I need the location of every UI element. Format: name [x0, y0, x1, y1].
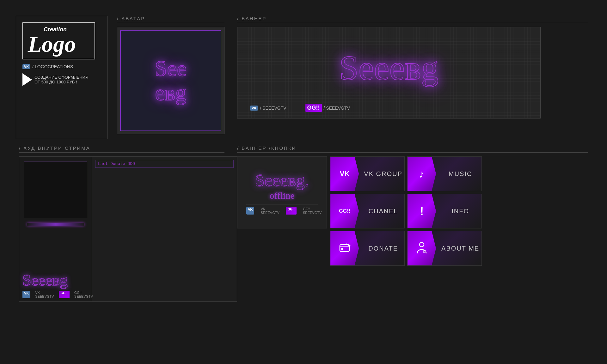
hud-streamer-name: Seeевg — [22, 271, 93, 289]
logo-section: Creation Logo VK / LOGOCREATIONS СОЗДАНИ… — [16, 16, 107, 139]
banner-vk-social: VK / SEEEVGTV — [250, 104, 286, 111]
promo-text-2: ОТ 500 ДО 1000 РУБ ! — [34, 80, 88, 84]
info-button[interactable]: ! INFO — [407, 194, 482, 228]
banner-gg-handle: / SEEEVGTV — [324, 106, 350, 111]
avatar-name-text: Seeевg — [155, 56, 187, 105]
hud-donate-bar: Last Donate DDD — [95, 160, 234, 168]
banner-name-text: Seeевg — [339, 48, 439, 88]
offline-banner-text: offline — [269, 190, 294, 201]
avatar-section: / АВАТАР Seeевg — [111, 13, 231, 142]
vk-group-button[interactable]: VK VK GROUP — [330, 156, 405, 191]
chanel-button[interactable]: GG!! CHANEL — [330, 194, 405, 228]
about-me-label: ABOUT ME — [436, 245, 481, 252]
action-buttons-grid: VK VK GROUP ♪ MUSIC GG!! CHANEL — [330, 156, 482, 266]
hud-bottom-info: Seeевg VK VK SEEEVGTV GG!! GG!! SEEEVGTV — [22, 271, 93, 298]
offline-banner-name: Seeевg. — [255, 170, 309, 190]
hud-right-panel: Last Donate DDD — [92, 157, 237, 301]
music-button[interactable]: ♪ MUSIC — [407, 156, 482, 191]
hud-left-panel: Seeевg VK VK SEEEVGTV GG!! GG!! SEEEVGTV — [19, 157, 92, 301]
banner-section-title: / БАННЕР — [237, 16, 588, 23]
promo-text-1: СОЗДАНИЕ ОФОРМЛЕНИЯ — [34, 75, 88, 80]
offline-gg-label: GG!! SEEEVGTV — [303, 207, 322, 215]
donate-icon — [330, 231, 359, 265]
banner-social-row: VK / SEEEVGTV GG!! / SEEEVGTV — [250, 102, 350, 112]
hud-vk-label: VK SEEEVGTV — [35, 291, 54, 298]
hud-social-row: VK VK SEEEVGTV GG!! GG!! SEEEVGTV — [22, 291, 93, 298]
info-label: INFO — [436, 208, 481, 215]
hud-gg-label: GG!! SEEEVGTV — [74, 291, 93, 298]
hud-box: Seeевg VK VK SEEEVGTV GG!! GG!! SEEEVGTV… — [19, 156, 237, 302]
hud-camera-area — [24, 161, 87, 218]
banner-gg-icon: GG!! — [305, 104, 322, 112]
banner-section: / БАННЕР Seeевg VK / SEEEVGTV GG!! / SEE… — [231, 13, 594, 142]
vk-group-label: VK GROUP — [359, 170, 404, 178]
buttons-layout: Seeевg. offline VK VK SEEEVGTV GG!! GG!!… — [237, 156, 588, 266]
offline-gg-icon: GG!! — [286, 207, 297, 215]
banner-gg-social: GG!! / SEEEVGTV — [305, 102, 350, 112]
offline-banner: Seeевg. offline VK VK SEEEVGTV GG!! GG!!… — [237, 156, 327, 228]
vk-group-icon: VK — [330, 157, 359, 191]
triangle-icon — [22, 73, 32, 86]
avatar-section-title: / АВАТАР — [117, 16, 224, 23]
hud-gg-icon: GG!! — [59, 291, 70, 298]
svg-point-2 — [420, 242, 424, 247]
donate-label: DONATE — [359, 245, 404, 252]
vk-icon: VK — [22, 64, 30, 69]
about-me-button[interactable]: ABOUT ME — [407, 231, 482, 266]
offline-vk-label: VK SEEEVGTV — [261, 207, 279, 215]
music-icon: ♪ — [408, 157, 436, 191]
chanel-label: CHANEL — [359, 208, 404, 215]
buttons-section-title: / БАННЕР /КНОПКИ — [237, 145, 588, 153]
hud-vk-icon: VK — [22, 291, 30, 298]
logo-box: Creation Logo — [22, 22, 95, 59]
avatar-inner: Seeевg — [120, 30, 221, 131]
about-me-icon — [408, 231, 436, 265]
svg-rect-0 — [340, 245, 349, 252]
hud-section: / ХУД ВНУТРИ СТРИМА Seeевg VK VK SEEEVGT… — [13, 142, 231, 351]
hud-section-title: / ХУД ВНУТРИ СТРИМА — [19, 145, 224, 153]
banner-vk-icon: VK — [250, 106, 258, 111]
banner-box: Seeевg VK / SEEEVGTV GG!! / SEEEVGTV — [237, 27, 541, 118]
banner-vk-handle: / SEEEVGTV — [260, 106, 286, 111]
offline-social-row: VK VK SEEEVGTV GG!! GG!! SEEEVGTV — [246, 204, 318, 215]
hud-glow-bar — [27, 223, 84, 226]
logo-main-text: Logo — [28, 33, 90, 56]
offline-vk-icon: VK — [246, 207, 254, 215]
info-icon: ! — [408, 194, 436, 228]
svg-point-1 — [341, 248, 343, 250]
chanel-icon: GG!! — [330, 194, 359, 228]
price-row: СОЗДАНИЕ ОФОРМЛЕНИЯ ОТ 500 ДО 1000 РУБ ! — [22, 73, 101, 86]
avatar-box: Seeевg — [117, 27, 224, 134]
music-label: MUSIC — [436, 170, 481, 178]
vk-handle: / LOGOCREATIONS — [32, 64, 73, 69]
vk-info-row: VK / LOGOCREATIONS — [22, 64, 101, 69]
donate-button[interactable]: DONATE — [330, 231, 405, 266]
buttons-section: / БАННЕР /КНОПКИ Seeевg. offline VK VK S… — [231, 142, 594, 351]
